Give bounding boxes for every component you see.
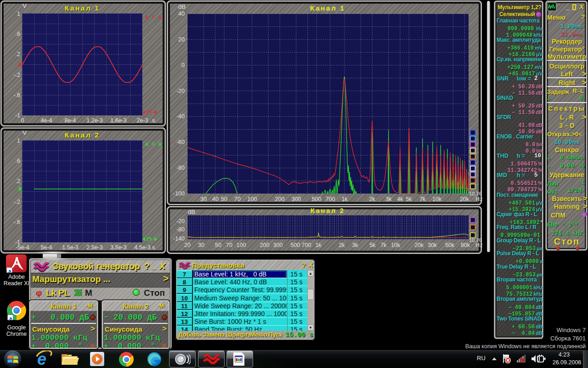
svg-text:5k: 5k <box>406 196 412 202</box>
svg-text:dB: dB <box>188 208 195 215</box>
svg-text:0: 0 <box>21 117 24 124</box>
svg-text:8e-4: 8e-4 <box>64 117 76 124</box>
svg-text:80k: 80k <box>461 242 470 248</box>
svg-text:1.5e-3: 1.5e-3 <box>62 244 78 251</box>
svg-text:500: 500 <box>312 196 322 202</box>
svg-text:100: 100 <box>248 196 257 202</box>
svg-text:-20: -20 <box>176 88 185 94</box>
svg-text:2e-3: 2e-3 <box>136 117 148 124</box>
svg-text:-.6: -.6 <box>13 92 20 98</box>
svg-text:5e-4: 5e-4 <box>40 244 52 251</box>
svg-text:-100: -100 <box>173 190 185 197</box>
svg-text:70: 70 <box>234 196 241 202</box>
svg-text:-1: -1 <box>15 112 20 119</box>
svg-text:5k: 5k <box>369 242 376 248</box>
svg-text:10.76: 10.76 <box>469 191 482 196</box>
svg-text:10k: 10k <box>432 196 442 202</box>
svg-text:Канал 1: Канал 1 <box>65 4 100 12</box>
svg-text:2.5e-3: 2.5e-3 <box>86 244 102 251</box>
svg-text:300: 300 <box>273 242 283 248</box>
svg-text:Hz: Hz <box>475 196 482 202</box>
svg-text:3k: 3k <box>385 196 392 202</box>
svg-text:70: 70 <box>226 242 232 248</box>
svg-text:2k: 2k <box>369 196 375 202</box>
svg-text:20: 20 <box>178 36 185 43</box>
svg-text:20: 20 <box>184 242 191 248</box>
svg-text:a = a: a = a <box>145 141 162 148</box>
svg-text:4e-4: 4e-4 <box>40 117 52 124</box>
svg-text:V: V <box>23 129 27 136</box>
svg-text:50: 50 <box>215 242 221 248</box>
svg-text:200: 200 <box>275 196 285 202</box>
svg-text:10.76: 10.76 <box>469 237 482 243</box>
svg-text:-80: -80 <box>176 165 185 171</box>
svg-text:-.2: -.2 <box>13 72 20 78</box>
svg-text:200: 200 <box>260 242 270 248</box>
svg-text:Канал 2: Канал 2 <box>311 207 345 214</box>
svg-text:-80: -80 <box>176 226 185 233</box>
svg-text:700: 700 <box>302 242 311 248</box>
svg-text:40: 40 <box>212 196 219 202</box>
svg-text:.6: .6 <box>16 31 20 37</box>
svg-text:4k: 4k <box>397 196 403 202</box>
svg-text:1k: 1k <box>315 242 322 248</box>
svg-text:1: 1 <box>17 138 20 144</box>
svg-text:20k: 20k <box>414 242 424 248</box>
svg-text:.6: .6 <box>16 158 20 164</box>
svg-text:10k: 10k <box>391 242 401 248</box>
svg-text:Канал 2: Канал 2 <box>65 131 100 139</box>
svg-text:30: 30 <box>200 196 207 202</box>
svg-text:1: 1 <box>17 11 20 17</box>
svg-text:.2: .2 <box>16 51 20 58</box>
svg-text:-.6: -.6 <box>13 219 20 225</box>
svg-text:2k: 2k <box>339 242 345 248</box>
svg-text:100: 100 <box>237 242 246 248</box>
svg-text:40: 40 <box>178 11 185 17</box>
svg-text:dB: dB <box>178 3 186 10</box>
svg-text:-.2: -.2 <box>13 199 20 205</box>
svg-text:1.6e-3: 1.6e-3 <box>110 117 126 124</box>
svg-text:700: 700 <box>326 196 335 202</box>
svg-text:-140: -140 <box>173 236 185 242</box>
svg-text:7k: 7k <box>380 242 387 248</box>
svg-text:300: 300 <box>292 196 301 202</box>
svg-text:20k: 20k <box>460 196 469 202</box>
svg-text:0: 0 <box>181 62 185 69</box>
svg-text:30: 30 <box>198 242 204 248</box>
svg-text:-20: -20 <box>176 218 185 224</box>
svg-text:50: 50 <box>221 196 227 202</box>
svg-text:3.5e-3: 3.5e-3 <box>110 244 126 251</box>
svg-text:s: s <box>152 117 155 124</box>
svg-text:V: V <box>23 2 27 9</box>
svg-text:.2: .2 <box>16 178 20 184</box>
svg-text:1.2e-3: 1.2e-3 <box>86 117 102 124</box>
svg-text:Канал 1: Канал 1 <box>310 4 345 12</box>
svg-text:a = a: a = a <box>145 14 162 21</box>
svg-text:Hz: Hz <box>475 242 482 248</box>
svg-text:30k: 30k <box>428 242 437 248</box>
svg-text:s: s <box>152 244 155 251</box>
svg-text:-5e-4: -5e-4 <box>16 244 29 251</box>
svg-text:4.5e-3: 4.5e-3 <box>134 244 150 251</box>
svg-text:3k: 3k <box>352 242 358 248</box>
svg-text:50k: 50k <box>445 242 455 248</box>
svg-text:500: 500 <box>291 242 300 248</box>
svg-text:-40: -40 <box>176 113 185 120</box>
svg-text:-60: -60 <box>176 139 185 145</box>
svg-text:7k: 7k <box>419 196 426 202</box>
svg-text:1k: 1k <box>341 196 348 202</box>
